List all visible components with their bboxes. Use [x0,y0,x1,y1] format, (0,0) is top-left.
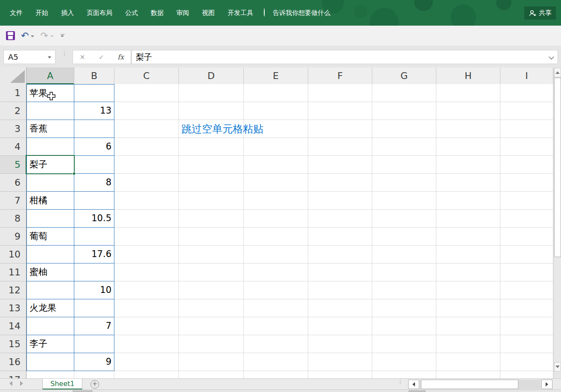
cell-E5[interactable] [244,156,308,174]
tab-视图[interactable]: 视图 [196,0,221,26]
cell-F13[interactable] [308,299,372,317]
cell-C8[interactable] [114,210,179,228]
cell-B12[interactable]: 10 [74,281,114,299]
cell-A17[interactable] [26,371,74,378]
cell-B3[interactable] [74,120,114,138]
cell-C4[interactable] [114,138,179,156]
cell-B5[interactable] [74,156,114,174]
cell-D4[interactable] [179,138,244,156]
sheet-tab-sheet1[interactable]: Sheet1 [42,379,82,390]
cell-A13[interactable]: 火龙果 [26,299,74,317]
cell-I9[interactable] [500,228,553,246]
cell-D16[interactable] [179,353,244,371]
cell-G3[interactable] [372,120,436,138]
tab-审阅[interactable]: 审阅 [170,0,196,26]
tab-开始[interactable]: 开始 [29,0,55,26]
cell-B15[interactable] [74,335,114,353]
cell-A11[interactable]: 蜜柚 [26,263,74,281]
cell-I4[interactable] [500,138,553,156]
share-button[interactable]: 共享 [524,6,556,20]
cell-C3[interactable] [114,120,179,138]
vertical-scrollbar-thumb[interactable] [554,78,561,257]
hscroll-splitter-icon[interactable]: ⋮ [397,380,403,383]
cell-C1[interactable] [114,84,179,102]
column-header-B[interactable]: B [74,67,114,84]
formula-bar-splitter-icon[interactable]: ⋮ [61,52,66,55]
row-header-5[interactable]: 5 [0,156,26,174]
cell-D6[interactable] [179,174,244,192]
cell-E7[interactable] [244,192,308,210]
cell-G12[interactable] [372,281,436,299]
row-header-4[interactable]: 4 [0,138,26,156]
cell-E8[interactable] [244,210,308,228]
cell-G6[interactable] [372,174,436,192]
cell-I16[interactable] [500,353,553,371]
insert-function-icon[interactable]: fx [117,53,124,61]
cell-H17[interactable] [436,371,500,378]
cell-D12[interactable] [179,281,244,299]
cell-G10[interactable] [372,246,436,263]
cell-A8[interactable] [26,210,74,228]
cell-B6[interactable]: 8 [74,174,114,192]
cell-B14[interactable]: 7 [74,317,114,335]
row-header-3[interactable]: 3 [0,120,26,138]
cell-E14[interactable] [244,317,308,335]
cell-C5[interactable] [114,156,179,174]
cell-D8[interactable] [179,210,244,228]
column-header-A[interactable]: A [26,67,74,84]
cell-A9[interactable]: 葡萄 [26,228,74,246]
column-header-C[interactable]: C [114,67,179,84]
cell-G16[interactable] [372,353,436,371]
cell-H13[interactable] [436,299,500,317]
cell-B16[interactable]: 9 [74,353,114,371]
cell-F11[interactable] [308,263,372,281]
save-button[interactable] [6,31,15,40]
column-header-F[interactable]: F [308,67,372,84]
cell-H12[interactable] [436,281,500,299]
new-sheet-button[interactable]: + [91,380,99,389]
cell-G5[interactable] [372,156,436,174]
cell-A10[interactable] [26,246,74,263]
cell-F12[interactable] [308,281,372,299]
cell-B7[interactable] [74,192,114,210]
cell-D7[interactable] [179,192,244,210]
name-box-dropdown-icon[interactable] [48,56,51,59]
cell-E17[interactable] [244,371,308,378]
cell-C10[interactable] [114,246,179,263]
row-header-9[interactable]: 9 [0,228,26,246]
row-header-15[interactable]: 15 [0,335,26,353]
cell-B13[interactable] [74,299,114,317]
cell-C7[interactable] [114,192,179,210]
cell-F16[interactable] [308,353,372,371]
cell-A15[interactable]: 李子 [26,335,74,353]
formula-bar-expand-icon[interactable] [549,54,554,60]
cell-C11[interactable] [114,263,179,281]
scroll-up-button[interactable] [554,68,561,77]
cell-G13[interactable] [372,299,436,317]
scroll-down-button[interactable] [554,362,561,372]
cell-B1[interactable] [74,84,114,102]
cell-D14[interactable] [179,317,244,335]
cell-I12[interactable] [500,281,553,299]
cell-I8[interactable] [500,210,553,228]
cell-B8[interactable]: 10.5 [74,210,114,228]
cell-F17[interactable] [308,371,372,378]
prev-sheet-icon[interactable] [9,381,12,386]
cell-I15[interactable] [500,335,553,353]
enter-icon[interactable]: ✓ [99,53,104,61]
cell-I3[interactable] [500,120,553,138]
cell-A16[interactable] [26,353,74,371]
cell-B4[interactable]: 6 [74,138,114,156]
cell-G2[interactable] [372,102,436,120]
cell-D10[interactable] [179,246,244,263]
cell-C15[interactable] [114,335,179,353]
cell-H14[interactable] [436,317,500,335]
cell-F8[interactable] [308,210,372,228]
cell-B11[interactable] [74,263,114,281]
cell-A14[interactable] [26,317,74,335]
cell-B2[interactable]: 13 [74,102,114,120]
cell-D11[interactable] [179,263,244,281]
next-sheet-icon[interactable] [20,381,23,386]
cell-D9[interactable] [179,228,244,246]
cell-C6[interactable] [114,174,179,192]
